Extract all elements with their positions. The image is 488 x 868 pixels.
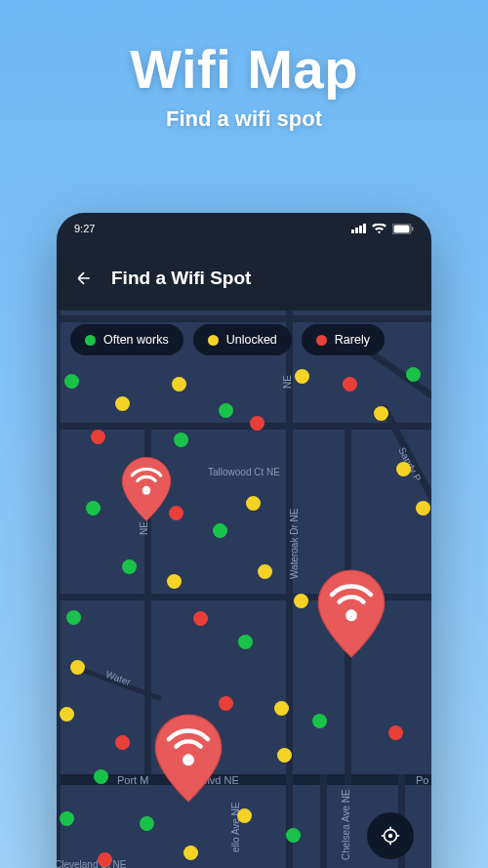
cellular-icon <box>351 224 366 233</box>
wifi-spot[interactable] <box>115 396 130 411</box>
wifi-spot[interactable] <box>122 559 137 574</box>
wifi-spot[interactable] <box>274 701 289 716</box>
wifi-spot[interactable] <box>374 406 388 421</box>
wifi-spot[interactable] <box>183 846 198 860</box>
wifi-spot[interactable] <box>219 696 233 711</box>
wifi-spot[interactable] <box>246 496 261 511</box>
road-label: Cleveland St NE <box>57 859 126 868</box>
chip-label: Rarely <box>335 333 370 347</box>
hero-subtitle: Find a wifi spot <box>0 106 488 132</box>
dot-icon <box>208 335 219 346</box>
wifi-spot[interactable] <box>115 735 130 750</box>
svg-rect-1 <box>394 225 410 232</box>
svg-point-4 <box>347 609 355 617</box>
wifi-spot[interactable] <box>312 714 327 728</box>
locate-button[interactable] <box>367 812 414 859</box>
wifi-spot[interactable] <box>60 811 74 826</box>
wifi-spot[interactable] <box>396 462 411 476</box>
road-label: Po <box>416 774 428 786</box>
wifi-spot[interactable] <box>167 574 182 589</box>
wifi-spot[interactable] <box>64 374 79 389</box>
wifi-pin[interactable] <box>315 567 388 664</box>
svg-point-7 <box>389 835 392 838</box>
crosshair-icon <box>380 825 401 847</box>
filter-chip-unlocked[interactable]: Unlocked <box>193 324 292 355</box>
battery-icon <box>392 224 414 234</box>
phone-frame: 9:27 Find a Wifi Spot <box>57 213 431 868</box>
road-label: Chelsea Ave NE <box>341 789 351 860</box>
map[interactable]: Tallowood Ct NE Wateroak Dr NE Water Por… <box>57 310 431 868</box>
wifi-spot[interactable] <box>98 852 112 867</box>
road-label: Port M <box>117 774 148 786</box>
wifi-spot[interactable] <box>66 610 81 625</box>
back-arrow-icon[interactable] <box>74 269 94 288</box>
wifi-spot[interactable] <box>406 367 421 382</box>
svg-point-3 <box>143 486 149 492</box>
wifi-spot[interactable] <box>60 707 74 722</box>
road-label: Wateroak Dr NE <box>289 509 300 579</box>
filter-chip-rarely[interactable]: Rarely <box>302 324 385 355</box>
wifi-spot[interactable] <box>294 594 308 608</box>
page-title: Find a Wifi Spot <box>111 268 251 289</box>
wifi-spot[interactable] <box>174 433 188 447</box>
svg-point-5 <box>184 754 192 762</box>
wifi-spot[interactable] <box>94 769 108 784</box>
wifi-spot[interactable] <box>416 501 430 516</box>
chip-label: Unlocked <box>226 333 277 347</box>
wifi-spot[interactable] <box>258 564 272 579</box>
wifi-spot[interactable] <box>140 816 154 831</box>
wifi-spot[interactable] <box>237 808 252 823</box>
wifi-spot[interactable] <box>172 377 186 392</box>
app-header: Find a Wifi Spot <box>57 240 431 310</box>
wifi-icon <box>372 224 386 234</box>
dot-icon <box>316 335 327 346</box>
road-label: NE <box>282 375 293 389</box>
svg-rect-2 <box>412 227 414 230</box>
wifi-spot[interactable] <box>193 611 208 626</box>
wifi-spot[interactable] <box>70 660 85 675</box>
filter-chip-often[interactable]: Often works <box>70 324 183 355</box>
wifi-spot[interactable] <box>295 369 309 384</box>
hero-title: Wifi Map <box>0 0 488 101</box>
road-label: St NE <box>57 558 58 584</box>
status-time: 9:27 <box>74 223 95 234</box>
dot-icon <box>85 335 96 346</box>
road-label: Tallowood Ct NE <box>208 467 280 477</box>
wifi-spot[interactable] <box>250 416 264 431</box>
wifi-spot[interactable] <box>219 403 233 418</box>
wifi-spot[interactable] <box>213 523 227 538</box>
chip-label: Often works <box>103 333 169 347</box>
wifi-pin[interactable] <box>152 712 225 808</box>
wifi-spot[interactable] <box>343 377 357 392</box>
filter-chips: Often works Unlocked Rarely <box>70 324 385 355</box>
wifi-spot[interactable] <box>91 430 105 444</box>
wifi-spot[interactable] <box>286 828 301 843</box>
wifi-spot[interactable] <box>388 725 403 740</box>
status-bar: 9:27 <box>57 213 431 240</box>
wifi-spot[interactable] <box>86 501 101 516</box>
status-indicators <box>351 224 414 234</box>
wifi-spot[interactable] <box>238 635 253 649</box>
wifi-pin[interactable] <box>120 455 174 527</box>
wifi-spot[interactable] <box>277 748 292 763</box>
